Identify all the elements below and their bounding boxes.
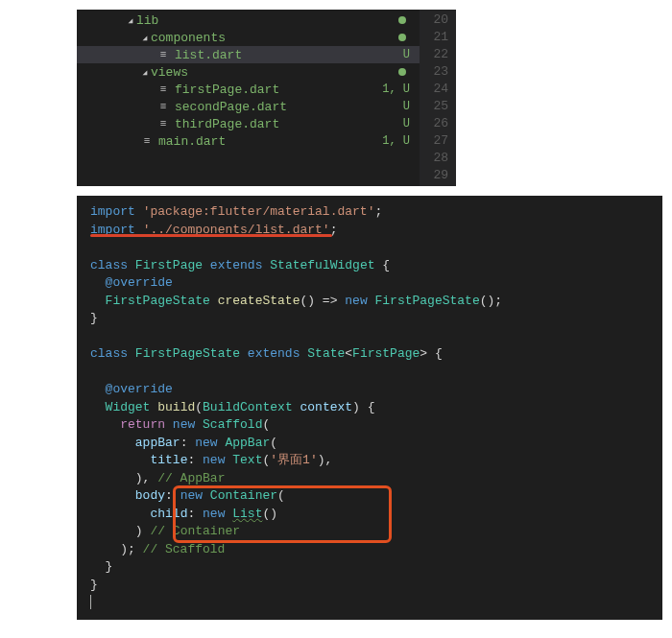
file-icon: ≡: [156, 83, 171, 95]
code-token: @override: [106, 275, 173, 290]
folder-item[interactable]: ◢lib: [77, 12, 420, 29]
code-token: FirstPageState: [375, 294, 480, 308]
tree-item-label: firstPage.dart: [175, 83, 376, 97]
code-line[interactable]: ); // Scaffold: [77, 541, 662, 559]
tree-item-label: main.dart: [158, 134, 376, 149]
git-status-badge: 1, U: [382, 83, 410, 96]
code-line[interactable]: class FirstPageState extends State<First…: [77, 345, 662, 364]
code-token: FirstPage: [352, 346, 420, 361]
code-token: (: [262, 417, 270, 432]
chevron-down-icon: ◢: [139, 68, 151, 77]
code-token: new: [345, 294, 367, 308]
line-number: 26: [420, 115, 448, 132]
git-status-dot: [398, 34, 406, 41]
annotation-redbox-body: [173, 485, 392, 543]
code-token: BuildContext: [203, 400, 293, 414]
file-item[interactable]: ≡thirdPage.dartU: [77, 115, 420, 132]
code-token: }: [90, 311, 98, 325]
file-item[interactable]: ≡firstPage.dart1, U: [77, 81, 420, 98]
code-token: [165, 417, 173, 432]
file-item[interactable]: ≡list.dartU: [77, 46, 420, 63]
code-token: [135, 204, 143, 219]
folder-item[interactable]: ◢components: [77, 29, 420, 46]
folder-item[interactable]: ◢views: [77, 63, 420, 81]
code-line[interactable]: @override: [77, 274, 662, 293]
code-line[interactable]: [77, 364, 662, 382]
tree-item-label: thirdPage.dart: [175, 117, 397, 131]
code-token: [240, 346, 248, 361]
code-token: ),: [90, 471, 157, 485]
line-number: 24: [420, 81, 448, 98]
code-line[interactable]: }: [77, 558, 662, 577]
git-status-badge: U: [403, 48, 410, 61]
code-editor[interactable]: import 'package:flutter/material.dart';i…: [77, 196, 662, 620]
code-token: Text: [232, 453, 262, 467]
code-token: {: [375, 258, 391, 272]
code-token: [90, 382, 106, 396]
code-token: );: [90, 542, 143, 556]
code-token: AppBar: [225, 436, 270, 450]
line-number: 22: [420, 46, 448, 63]
code-line[interactable]: Widget build(BuildContext context) {: [77, 399, 662, 417]
code-token: [90, 294, 106, 308]
code-token: [128, 258, 135, 272]
code-token: ) {: [352, 400, 374, 414]
code-token: title: [150, 453, 187, 467]
code-token: class: [90, 346, 128, 361]
code-line[interactable]: [77, 239, 662, 257]
code-token: [203, 258, 210, 272]
code-line[interactable]: @override: [77, 381, 662, 399]
code-line[interactable]: import 'package:flutter/material.dart';: [77, 203, 662, 222]
chevron-down-icon: ◢: [139, 34, 151, 42]
code-token: context: [300, 400, 353, 414]
file-item[interactable]: ≡secondPage.dartU: [77, 98, 420, 115]
code-token: new: [173, 417, 195, 432]
code-token: [90, 417, 120, 432]
code-token: new: [203, 453, 225, 467]
code-token: [128, 346, 135, 361]
code-line[interactable]: class FirstPage extends StatefulWidget {: [77, 257, 662, 275]
file-icon: ≡: [156, 118, 171, 130]
tree-item-label: views: [151, 65, 398, 80]
code-line[interactable]: [77, 328, 662, 346]
code-token: [195, 417, 203, 432]
line-number: 27: [420, 132, 448, 150]
code-line[interactable]: title: new Text('界面1'),: [77, 452, 662, 470]
code-line[interactable]: [77, 594, 662, 612]
code-line[interactable]: return new Scaffold(: [77, 416, 662, 435]
tree-item-label: secondPage.dart: [175, 100, 397, 114]
code-line[interactable]: }: [77, 577, 662, 595]
tree-item-label: components: [151, 31, 398, 45]
code-line[interactable]: FirstPageState createState() => new Firs…: [77, 293, 662, 311]
code-token: @override: [106, 382, 173, 396]
code-token: State: [307, 346, 345, 361]
file-item[interactable]: ≡main.dart1, U: [77, 132, 420, 150]
code-token: ),: [318, 453, 333, 467]
file-tree: ◢lib◢components≡list.dartU◢views≡firstPa…: [77, 10, 420, 186]
code-token: }: [90, 559, 112, 574]
tree-item-label: lib: [136, 13, 398, 28]
code-token: // Scaffold: [143, 542, 226, 556]
line-number: 28: [420, 150, 448, 167]
line-number: 20: [420, 12, 448, 29]
code-token: (: [195, 400, 203, 414]
text-cursor: [90, 595, 91, 609]
code-token: extends: [248, 346, 300, 361]
code-token: > {: [420, 346, 442, 361]
code-token: [368, 294, 375, 308]
code-token: [90, 275, 106, 290]
code-token: class: [90, 258, 128, 272]
code-line[interactable]: }: [77, 310, 662, 328]
code-line[interactable]: appBar: new AppBar(: [77, 435, 662, 453]
git-status-dot: [398, 68, 406, 76]
code-token: () =>: [300, 294, 345, 308]
code-token: return: [120, 417, 165, 432]
code-token: [293, 400, 300, 414]
code-token: [90, 507, 150, 521]
git-status-badge: 1, U: [382, 134, 410, 148]
code-token: import: [90, 204, 135, 219]
file-icon: ≡: [156, 49, 171, 60]
code-token: [90, 436, 135, 450]
code-token: [210, 294, 218, 308]
code-token: FirstPageState: [106, 294, 210, 308]
